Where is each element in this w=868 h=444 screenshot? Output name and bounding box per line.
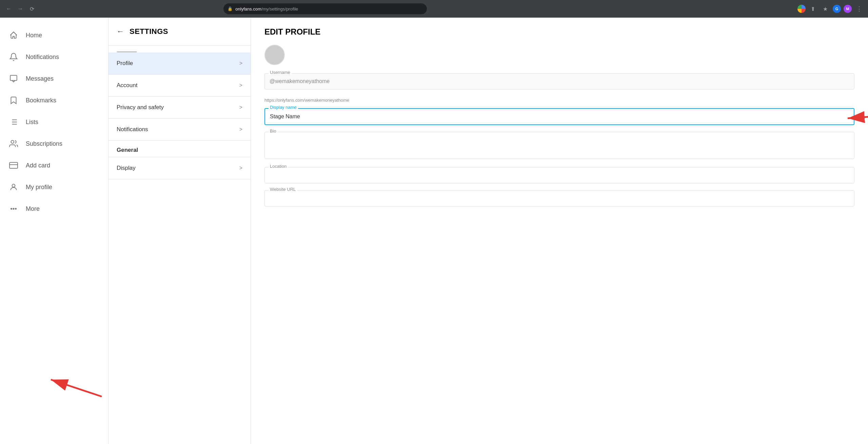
sidebar-item-lists[interactable]: Lists [0, 111, 108, 133]
edit-profile-title: EDIT PROFILE [264, 27, 854, 37]
message-icon [8, 73, 19, 84]
chevron-account-icon: > [239, 82, 242, 88]
bookmark-star-button[interactable]: ★ [821, 4, 830, 14]
display-name-field: Display name [264, 108, 854, 125]
settings-notifications-label: Notifications [117, 126, 148, 133]
sidebar: Home Notifications Messages Bookmarks [0, 18, 108, 444]
website-url-input[interactable] [264, 190, 854, 206]
sidebar-lists-label: Lists [26, 119, 38, 126]
extensions-button[interactable]: ⋮ [854, 4, 864, 14]
lock-icon: 🔒 [228, 6, 233, 11]
nav-buttons: ← → ⟳ [4, 4, 37, 14]
svg-point-10 [12, 184, 15, 187]
settings-menu-privacy[interactable]: Privacy and safety > [108, 97, 251, 119]
sidebar-item-more[interactable]: More [0, 198, 108, 220]
username-input[interactable] [264, 73, 854, 89]
scroll-hint [108, 46, 251, 53]
svg-point-11 [13, 208, 14, 209]
svg-rect-0 [10, 75, 17, 80]
sidebar-add-card-label: Add card [26, 162, 50, 169]
sidebar-notifications-label: Notifications [26, 54, 59, 61]
bell-icon [8, 52, 19, 62]
people-icon [8, 138, 19, 149]
back-button[interactable]: ← [4, 4, 14, 14]
google-icon [797, 5, 806, 13]
home-icon [8, 30, 19, 41]
sidebar-item-notifications[interactable]: Notifications [0, 46, 108, 68]
browser-chrome: ← → ⟳ 🔒 onlyfans.com/my/settings/profile… [0, 0, 868, 18]
location-label: Location [269, 164, 288, 169]
sidebar-messages-label: Messages [26, 75, 54, 82]
svg-point-13 [15, 208, 16, 209]
address-bar[interactable]: 🔒 onlyfans.com/my/settings/profile [223, 3, 427, 14]
sidebar-bookmarks-label: Bookmarks [26, 97, 56, 104]
website-url-field: Website URL [264, 190, 854, 206]
svg-point-7 [11, 140, 14, 143]
settings-panel: ← SETTINGS Profile > Account > Privacy a… [108, 18, 251, 444]
sidebar-more-label: More [26, 205, 40, 213]
settings-menu-account[interactable]: Account > [108, 75, 251, 97]
settings-general-header: General [108, 141, 251, 157]
chevron-notifications-icon: > [239, 126, 242, 133]
username-label: Username [269, 70, 292, 75]
sidebar-home-label: Home [26, 32, 42, 39]
location-field: Location [264, 167, 854, 183]
settings-back-button[interactable]: ← [117, 27, 124, 36]
profile-icon [8, 182, 19, 193]
avatar-section [264, 45, 854, 65]
user-avatar-g: G [833, 5, 841, 13]
card-icon [8, 160, 19, 171]
chevron-privacy-icon: > [239, 104, 242, 110]
svg-line-15 [51, 380, 102, 397]
edit-profile-panel: EDIT PROFILE Username https://onlyfans.c… [251, 18, 868, 444]
website-url-label: Website URL [269, 187, 297, 192]
settings-menu-display[interactable]: Display > [108, 157, 251, 179]
avatar [264, 45, 285, 65]
settings-privacy-label: Privacy and safety [117, 104, 164, 111]
username-field: Username [264, 73, 854, 89]
forward-button[interactable]: → [16, 4, 25, 14]
dots-icon [8, 203, 19, 214]
browser-actions: ⬆ ★ G M ⋮ [797, 4, 864, 14]
location-input[interactable] [264, 167, 854, 183]
sidebar-item-bookmarks[interactable]: Bookmarks [0, 89, 108, 111]
chevron-profile-icon: > [239, 60, 242, 66]
sidebar-item-my-profile[interactable]: My profile [0, 176, 108, 198]
settings-title: SETTINGS [130, 27, 168, 36]
svg-rect-8 [9, 162, 18, 168]
bio-field: Bio [264, 132, 854, 160]
sidebar-item-messages[interactable]: Messages [0, 68, 108, 89]
settings-menu-profile[interactable]: Profile > [108, 53, 251, 75]
chevron-display-icon: > [239, 165, 242, 171]
display-name-input[interactable] [264, 108, 854, 125]
settings-header: ← SETTINGS [108, 18, 251, 46]
sidebar-my-profile-label: My profile [26, 184, 52, 191]
settings-display-label: Display [117, 165, 136, 171]
sidebar-subscriptions-label: Subscriptions [26, 140, 62, 147]
user-avatar-m: M [844, 5, 852, 13]
bio-input[interactable] [264, 132, 854, 159]
settings-menu-notifications[interactable]: Notifications > [108, 119, 251, 141]
url-text: onlyfans.com/my/settings/profile [235, 6, 298, 12]
svg-point-12 [11, 208, 12, 209]
share-button[interactable]: ⬆ [808, 4, 818, 14]
username-url-hint: https://onlyfans.com/wemakemoneyathome [264, 96, 854, 108]
settings-account-label: Account [117, 82, 137, 89]
list-icon [8, 117, 19, 127]
bookmark-icon [8, 95, 19, 106]
my-profile-arrow [41, 376, 108, 403]
display-name-label: Display name [269, 105, 298, 110]
sidebar-item-home[interactable]: Home [0, 24, 108, 46]
sidebar-item-add-card[interactable]: Add card [0, 155, 108, 176]
reload-button[interactable]: ⟳ [27, 4, 37, 14]
bio-label: Bio [269, 128, 278, 134]
app-container: Home Notifications Messages Bookmarks [0, 18, 868, 444]
sidebar-item-subscriptions[interactable]: Subscriptions [0, 133, 108, 155]
settings-profile-label: Profile [117, 60, 133, 67]
